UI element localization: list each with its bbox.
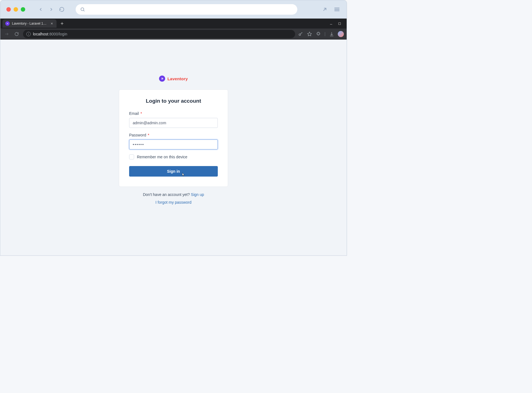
extensions-icon[interactable] [316, 31, 321, 37]
logo-badge-icon [159, 76, 165, 82]
app-logo: Laventory [159, 76, 188, 82]
forgot-row: I forgot my password [155, 200, 191, 205]
search-icon [80, 7, 85, 12]
email-label: Email * [129, 111, 218, 116]
browser-forward-button[interactable] [3, 30, 10, 38]
signup-row: Don't have an account yet? Sign up [143, 192, 204, 197]
os-nav [37, 6, 65, 13]
signup-link[interactable]: Sign up [191, 192, 204, 197]
login-card: Login to your account Email * Password *… [119, 89, 228, 187]
svg-line-1 [83, 10, 84, 11]
nav-forward-button[interactable] [48, 6, 55, 13]
window-minimize-button[interactable] [329, 21, 333, 26]
logo-text: Laventory [167, 76, 188, 81]
signin-button[interactable]: Sign in [129, 166, 218, 177]
password-field-group: Password * [129, 133, 218, 149]
login-heading: Login to your account [129, 98, 218, 104]
nav-reload-button[interactable] [58, 6, 65, 13]
site-info-icon[interactable]: i [26, 32, 31, 36]
password-input[interactable] [129, 139, 218, 149]
svg-marker-13 [307, 32, 311, 36]
forgot-password-link[interactable]: I forgot my password [155, 200, 191, 205]
tab-strip: » Laventory - Laravel 12 with Iner [0, 19, 347, 29]
cursor-pointer-icon [181, 172, 186, 178]
password-key-icon[interactable] [298, 31, 303, 37]
remember-row: Remember me on this device [129, 154, 218, 159]
no-account-text: Don't have an account yet? [143, 192, 191, 197]
tab-close-button[interactable] [50, 22, 54, 25]
expand-icon[interactable] [321, 6, 328, 13]
inner-browser: » Laventory - Laravel 12 with Iner [0, 19, 347, 255]
remember-checkbox[interactable] [129, 154, 134, 159]
url-field[interactable]: i localhost:8000/login [23, 30, 295, 38]
svg-point-0 [81, 8, 84, 11]
password-label: Password * [129, 133, 218, 137]
new-tab-button[interactable] [58, 20, 66, 27]
email-input[interactable] [129, 118, 218, 128]
url-text: localhost:8000/login [33, 32, 67, 36]
bookmark-star-icon[interactable] [307, 31, 312, 37]
profile-avatar[interactable] [338, 31, 344, 37]
minimize-window-button[interactable] [14, 7, 18, 12]
svg-point-12 [299, 34, 301, 35]
window-controls [329, 21, 344, 26]
os-right-controls [321, 6, 341, 13]
os-window: » Laventory - Laravel 12 with Iner [0, 0, 347, 256]
browser-tab[interactable]: » Laventory - Laravel 12 with Iner [2, 19, 57, 28]
nav-back-button[interactable] [37, 6, 44, 13]
address-bar: i localhost:8000/login | [0, 29, 347, 40]
downloads-icon[interactable] [329, 31, 334, 37]
maximize-window-button[interactable] [21, 7, 25, 12]
email-field-group: Email * [129, 111, 218, 128]
os-titlebar [0, 0, 347, 19]
remember-label: Remember me on this device [137, 155, 187, 159]
traffic-lights [6, 7, 25, 12]
menu-icon[interactable] [333, 6, 341, 13]
close-window-button[interactable] [6, 7, 11, 12]
window-restore-button[interactable] [337, 21, 342, 26]
tab-title: Laventory - Laravel 12 with Iner [12, 22, 48, 25]
browser-reload-button[interactable] [13, 30, 20, 38]
svg-rect-10 [338, 22, 340, 24]
os-search-field[interactable] [76, 4, 297, 15]
tab-favicon-icon: » [5, 21, 10, 26]
page-content: Laventory Login to your account Email * … [0, 40, 347, 255]
